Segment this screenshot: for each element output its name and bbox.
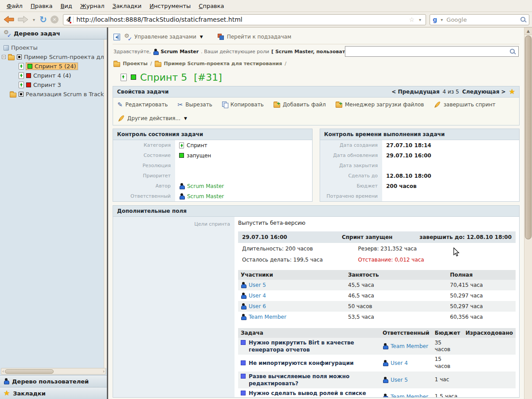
tasks-col-budget: Бюджет: [432, 328, 463, 338]
favorite-star-icon[interactable]: ★: [509, 88, 515, 95]
menu-help[interactable]: Справка: [195, 1, 228, 11]
menu-bookmarks[interactable]: Закладки: [109, 1, 146, 11]
menu-view[interactable]: Вид: [56, 1, 76, 11]
reload-button[interactable]: ↻: [39, 13, 48, 26]
url-input[interactable]: [76, 16, 406, 23]
sprint-status-block: 29.07.10 16:00 Спринт запущен завершить …: [238, 231, 516, 265]
search-engine-chevron[interactable]: ▾: [439, 17, 445, 22]
tree-node-sprint5[interactable]: Спринт 5 (24): [2, 62, 106, 71]
breadcrumb-project[interactable]: Пример Scrum-проекта для тестирования: [164, 61, 282, 66]
user-icon: [179, 193, 184, 200]
upload-manager-button[interactable]: Менеджер загрузки файлов: [336, 102, 424, 108]
author-label: Автор: [113, 181, 175, 191]
history-dropdown-chevron[interactable]: ▾: [31, 17, 37, 22]
menu-edit[interactable]: Правка: [27, 1, 56, 11]
sprint4-status-icon: [26, 73, 31, 78]
member-link[interactable]: Team Member: [249, 314, 286, 320]
goto-subtasks-button[interactable]: Перейти к подзадачам: [217, 33, 291, 40]
created-value: 27.07.10 18:14: [382, 140, 519, 150]
task-link[interactable]: Нужно сделать вывод ролей в списке ответ…: [249, 390, 377, 397]
assignee-link[interactable]: User 5: [391, 377, 408, 383]
closed-label: Дата закрытия: [320, 160, 382, 171]
google-icon: g: [433, 16, 437, 23]
current-user-link[interactable]: Scrum Master: [160, 49, 199, 55]
sprint-goal-label: Цели спринта: [113, 217, 235, 397]
bookmarks-section[interactable]: ★ Закладки: [0, 387, 107, 399]
scroll-up-arrow[interactable]: ▲: [524, 27, 532, 35]
breadcrumb-projects[interactable]: Проекты: [123, 61, 148, 66]
user-tree-section[interactable]: Дерево пользователей: [0, 375, 107, 387]
browser-search-box[interactable]: g ▾: [430, 14, 529, 25]
bookmark-star-icon[interactable]: ☆: [409, 16, 415, 23]
scrollbar-thumb[interactable]: [525, 35, 532, 239]
task-search-magnifier-icon[interactable]: [510, 49, 516, 55]
author-link[interactable]: Scrum Master: [187, 183, 224, 189]
sidebar-vertical-scrollbar[interactable]: [104, 39, 107, 368]
handler-label: Ответственный: [113, 191, 175, 201]
edit-button[interactable]: ✎ Редактировать: [117, 102, 168, 108]
prev-task-link[interactable]: < Предыдущая: [391, 89, 439, 95]
tree-node-sprint4[interactable]: Спринт 4 (4): [2, 71, 106, 80]
task-link[interactable]: Нужно прикрутить Birt в качестве генерат…: [249, 339, 377, 353]
user-icon: [383, 377, 388, 383]
add-file-button[interactable]: Добавить файл: [274, 102, 326, 108]
tasks-col-assignee: Ответственный: [380, 328, 432, 338]
task-search-box[interactable]: [345, 46, 519, 57]
scrollbar-thumb[interactable]: [5, 369, 54, 374]
member-link[interactable]: User 5: [249, 282, 266, 288]
menu-history[interactable]: Журнал: [76, 1, 109, 11]
tree-node-sprint3[interactable]: Спринт 3: [2, 80, 106, 90]
collapse-minus-icon[interactable]: [2, 55, 6, 59]
collapse-sidebar-icon[interactable]: [113, 34, 120, 40]
manage-tasks-menu[interactable]: ⚙✓ Управление задачами ▼: [124, 33, 203, 40]
sprint-reserve: Резерв: 231,352 часа: [358, 246, 512, 252]
member-full: 50,297 часа: [447, 301, 516, 312]
assignee-link[interactable]: Team Member: [391, 394, 428, 397]
main-vertical-scrollbar[interactable]: ▲: [524, 27, 532, 399]
tree-node-project2[interactable]: Реализация Scrum в TrackStu: [2, 90, 106, 99]
deadline-value: 12.08.10 18:00: [382, 171, 519, 181]
browser-search-input[interactable]: [446, 16, 519, 23]
url-dropdown-chevron[interactable]: ▾: [417, 17, 423, 22]
sidebar-horizontal-scrollbar[interactable]: ‹ ›: [1, 368, 106, 375]
assignee-link[interactable]: Team Member: [391, 343, 428, 349]
search-magnifier-icon[interactable]: [520, 17, 526, 23]
manage-tasks-label: Управление задачами: [134, 34, 196, 40]
tree-node-projects[interactable]: Проекты: [2, 43, 106, 52]
task-link[interactable]: Разве вычисляемые поля можно редактирова…: [249, 373, 377, 387]
menu-file[interactable]: Файл: [3, 1, 27, 11]
sprint-doc-icon: [121, 74, 127, 81]
project-status-icon: [17, 55, 22, 59]
task-link[interactable]: Не импортируются конфигурации: [249, 360, 354, 367]
task-search-input[interactable]: [348, 48, 508, 55]
handler-link[interactable]: Scrum Master: [187, 193, 224, 200]
sprint5-status-icon: [27, 64, 32, 69]
scroll-left-arrow[interactable]: ‹: [2, 369, 4, 374]
more-actions-button[interactable]: Другие действия... ▼: [117, 115, 187, 122]
budget-value: 200 часов: [382, 181, 519, 191]
copy-button[interactable]: Копировать: [222, 102, 264, 108]
next-task-link[interactable]: Следующая >: [462, 89, 505, 95]
finish-sprint-button[interactable]: завершить спринт: [434, 101, 495, 108]
back-button[interactable]: [3, 13, 15, 26]
tree-node-project1[interactable]: Пример Scrum-проекта для т: [2, 52, 106, 62]
task-pager: < Предыдущая 4 из 5 Следующая > ★: [391, 88, 515, 95]
member-full: 70,415 часа: [447, 280, 516, 290]
sprint-deadline: завершить до: 12.08.10 18:00: [419, 234, 512, 240]
cut-button[interactable]: ✂ Вырезать: [178, 102, 212, 108]
scroll-right-arrow[interactable]: ›: [103, 369, 105, 374]
task-properties-title: Свойства задачи: [117, 89, 169, 95]
custom-fields-header: Дополнительные поля: [113, 206, 519, 217]
menu-tools[interactable]: Инструменты: [145, 1, 195, 11]
add-file-label: Добавить файл: [283, 102, 326, 108]
assignee-link[interactable]: User 4: [391, 360, 408, 366]
task-tree-header[interactable]: ⚙✓ Дерево задач: [0, 27, 107, 39]
main-frame: ⚙✓ Управление задачами ▼ Перейти к подза…: [108, 27, 532, 399]
member-link[interactable]: User 4: [249, 293, 266, 299]
member-link[interactable]: User 6: [249, 303, 266, 309]
greeting-hello: Здравствуйте,: [113, 49, 151, 55]
url-bar[interactable]: 4 ☆ ▾: [63, 14, 426, 25]
forward-button[interactable]: [17, 13, 29, 26]
greeting-bar: Здравствуйте, Scrum Master . Ваши действ…: [113, 44, 520, 59]
stop-button[interactable]: ✕: [50, 13, 59, 26]
